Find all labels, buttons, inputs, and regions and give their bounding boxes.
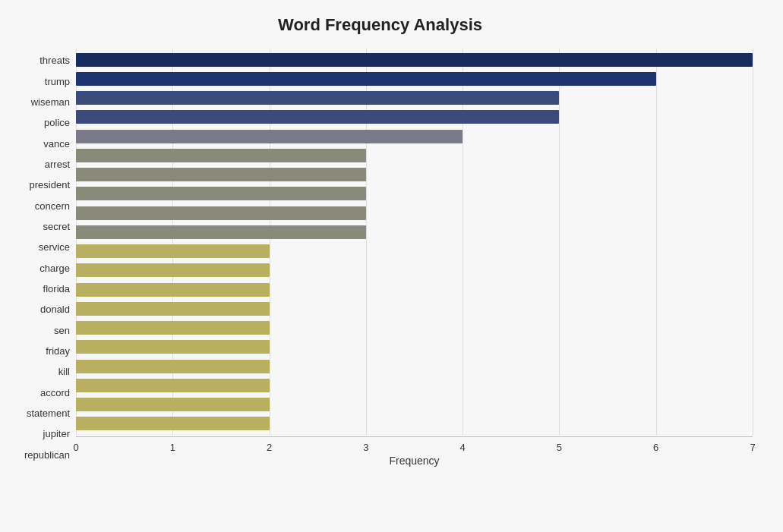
y-label: statement bbox=[27, 405, 70, 423]
bar bbox=[76, 168, 366, 181]
x-axis-label: Frequency bbox=[76, 455, 753, 467]
bar-row bbox=[76, 338, 753, 355]
bar bbox=[76, 149, 366, 162]
bar bbox=[76, 53, 753, 67]
bar-row bbox=[76, 377, 753, 394]
y-label: president bbox=[30, 176, 70, 194]
bar bbox=[76, 110, 559, 124]
bar bbox=[76, 360, 270, 373]
grid-line bbox=[753, 49, 753, 435]
bars-and-xaxis: Frequency 01234567 bbox=[76, 49, 753, 467]
bar-row bbox=[76, 52, 753, 68]
y-label: accord bbox=[40, 383, 70, 401]
chart-container: Word Frequency Analysis threatstrumpwise… bbox=[0, 0, 783, 532]
x-tick: 2 bbox=[267, 442, 272, 453]
bar bbox=[76, 417, 270, 430]
bar bbox=[76, 187, 366, 200]
y-label: kill bbox=[58, 363, 70, 381]
bar bbox=[76, 283, 270, 297]
bars-area bbox=[76, 49, 753, 435]
x-tick: 0 bbox=[73, 442, 78, 453]
bar-row bbox=[76, 90, 753, 106]
bar bbox=[76, 379, 270, 392]
bar-row bbox=[76, 301, 753, 317]
y-label: service bbox=[39, 238, 70, 257]
y-label: sen bbox=[54, 321, 70, 339]
x-tick: 3 bbox=[363, 442, 368, 453]
bar bbox=[76, 321, 270, 335]
bar bbox=[76, 263, 270, 277]
x-tick: 7 bbox=[750, 442, 755, 453]
bar bbox=[76, 130, 463, 143]
bar-row bbox=[76, 262, 753, 279]
bar-row bbox=[76, 415, 753, 432]
bars-wrapper bbox=[76, 49, 753, 435]
bar-row bbox=[76, 396, 753, 413]
bar bbox=[76, 340, 270, 354]
bar-row bbox=[76, 166, 753, 183]
x-tick: 4 bbox=[460, 442, 466, 453]
y-label: friday bbox=[46, 342, 70, 360]
bar-row bbox=[76, 243, 753, 260]
y-label: charge bbox=[39, 259, 70, 277]
y-label: threats bbox=[39, 52, 70, 70]
bar bbox=[76, 225, 366, 239]
chart-area: threatstrumpwisemanpolicevancearrestpres… bbox=[8, 49, 753, 467]
bar-row bbox=[76, 128, 753, 145]
bar bbox=[76, 244, 270, 258]
y-label: wiseman bbox=[31, 93, 70, 111]
bar bbox=[76, 302, 270, 316]
bar-row bbox=[76, 147, 753, 164]
bar bbox=[76, 72, 656, 86]
y-label: concern bbox=[35, 197, 70, 215]
bar-row bbox=[76, 71, 753, 87]
y-label: arrest bbox=[45, 155, 70, 173]
bar bbox=[76, 91, 559, 105]
bar-row bbox=[76, 358, 753, 375]
bar-row bbox=[76, 224, 753, 241]
y-label: secret bbox=[43, 217, 70, 235]
y-label: jupiter bbox=[43, 425, 70, 443]
bar-row bbox=[76, 185, 753, 202]
bar-row bbox=[76, 109, 753, 125]
y-label: republican bbox=[24, 445, 70, 464]
bar-row bbox=[76, 320, 753, 336]
y-label: vance bbox=[43, 134, 70, 153]
y-label: police bbox=[44, 114, 70, 132]
bar-row bbox=[76, 205, 753, 222]
bar bbox=[76, 206, 366, 220]
y-label: florida bbox=[43, 279, 70, 297]
y-label: trump bbox=[45, 72, 70, 90]
x-tick: 5 bbox=[557, 442, 562, 453]
bar-row bbox=[76, 282, 753, 298]
x-axis: Frequency 01234567 bbox=[76, 436, 753, 467]
y-label: donald bbox=[40, 301, 70, 319]
bar bbox=[76, 398, 270, 411]
x-tick: 1 bbox=[170, 442, 175, 453]
y-axis: threatstrumpwisemanpolicevancearrestpres… bbox=[8, 49, 76, 467]
x-tick: 6 bbox=[653, 442, 658, 453]
chart-title: Word Frequency Analysis bbox=[8, 15, 753, 35]
